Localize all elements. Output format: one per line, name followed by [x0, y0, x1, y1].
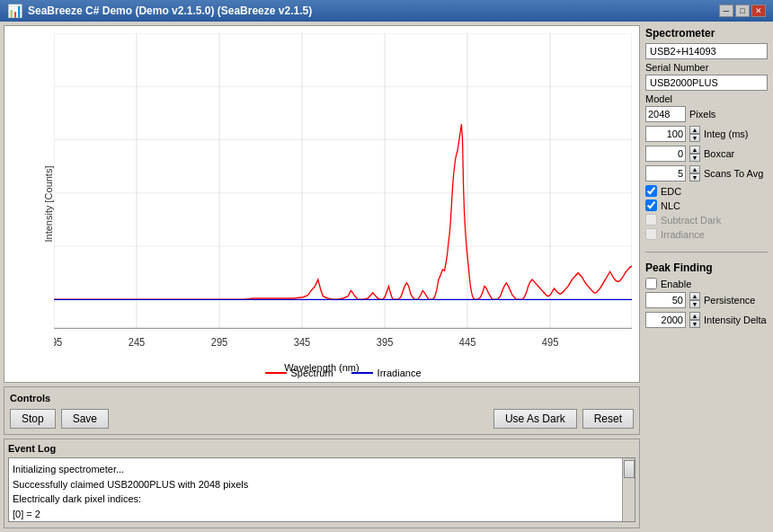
integ-spinner: ▲ ▼ [689, 126, 700, 142]
nlc-label: NLC [661, 200, 680, 211]
edc-checkbox[interactable] [645, 185, 657, 197]
window-title: SeaBreeze C# Demo (Demo v2.1.5.0) (SeaBr… [28, 4, 312, 17]
right-panel: Spectrometer USB2+H14093 Serial Number U… [644, 25, 769, 528]
intensity-delta-up-button[interactable]: ▲ [689, 312, 700, 320]
y-axis-label: Intensity [Counts] [43, 166, 54, 243]
event-log-scrollbar[interactable] [622, 458, 635, 521]
intensity-delta-down-button[interactable]: ▼ [689, 320, 700, 328]
peak-enable-label: Enable [661, 279, 691, 289]
pixels-row: Pixels [645, 106, 768, 122]
scans-avg-row: ▲ ▼ Scans To Avg [645, 165, 768, 182]
svg-text:495: 495 [542, 336, 559, 349]
integ-row: ▲ ▼ Integ (ms) [645, 126, 768, 142]
integ-up-button[interactable]: ▲ [689, 126, 700, 134]
peak-enable-row: Enable [645, 278, 768, 289]
model-label: Model [645, 93, 768, 104]
use-as-dark-button[interactable]: Use As Dark [493, 409, 577, 429]
event-log-label: Event Log [8, 443, 635, 454]
left-panel: Intensity [Counts] [4, 25, 640, 528]
persistence-input[interactable] [645, 292, 686, 308]
controls-right: Use As Dark Reset [493, 409, 634, 429]
peak-finding-section: Peak Finding Enable ▲ ▼ Persistence ▲ [645, 262, 768, 332]
edc-row: EDC [645, 185, 768, 197]
controls-section: Controls Stop Save Use As Dark Reset [4, 386, 640, 435]
spectrometer-title: Spectrometer [645, 27, 768, 40]
intensity-delta-row: ▲ ▼ Intensity Delta [645, 312, 768, 328]
irradiance-label: Irradiance [661, 229, 705, 240]
integ-label: Integ (ms) [704, 129, 749, 139]
svg-text:445: 445 [459, 336, 476, 349]
device-id-field: USB2+H14093 [645, 43, 768, 59]
controls-buttons: Stop Save Use As Dark Reset [10, 409, 634, 429]
serial-number-label: Serial Number [645, 62, 768, 73]
subtract-dark-label: Subtract Dark [661, 215, 721, 226]
divider [645, 252, 768, 253]
subtract-dark-row: Subtract Dark [645, 214, 768, 226]
boxcar-row: ▲ ▼ Boxcar [645, 146, 768, 162]
boxcar-down-button[interactable]: ▼ [689, 154, 700, 162]
svg-text:195: 195 [54, 336, 63, 349]
nlc-row: NLC [645, 200, 768, 211]
integ-down-button[interactable]: ▼ [689, 134, 700, 142]
intensity-delta-label: Intensity Delta [704, 315, 767, 325]
x-axis-label: Wavelength (nm) [4, 362, 639, 373]
log-line-3: Electrically dark pixel indices: [13, 492, 631, 507]
nlc-checkbox[interactable] [645, 200, 657, 211]
peak-finding-title: Peak Finding [645, 262, 768, 274]
chart-inner: 50000 40000 30000 20000 10000 0 -10000 1… [54, 33, 632, 355]
peak-enable-checkbox[interactable] [645, 278, 657, 289]
irradiance-row: Irradiance [645, 228, 768, 240]
scans-avg-down-button[interactable]: ▼ [689, 173, 700, 182]
irradiance-checkbox[interactable] [645, 228, 657, 240]
pixels-input[interactable] [645, 106, 686, 122]
event-log-section: Event Log Initializing spectrometer... S… [4, 439, 640, 528]
spectrum-chart: 50000 40000 30000 20000 10000 0 -10000 1… [54, 33, 632, 355]
subtract-dark-checkbox[interactable] [645, 214, 657, 226]
scrollbar-thumb [624, 460, 635, 478]
save-button[interactable]: Save [61, 409, 109, 429]
stop-button[interactable]: Stop [10, 409, 56, 429]
spectrometer-section: Spectrometer USB2+H14093 Serial Number U… [645, 27, 768, 243]
log-line-2: Successfully claimed USB2000PLUS with 20… [13, 477, 631, 492]
persistence-spinner: ▲ ▼ [689, 292, 700, 308]
intensity-delta-spinner: ▲ ▼ [689, 312, 700, 328]
minimize-button[interactable]: ─ [719, 4, 733, 17]
boxcar-up-button[interactable]: ▲ [689, 146, 700, 154]
controls-label: Controls [10, 393, 634, 403]
scans-avg-label: Scans To Avg [704, 168, 763, 179]
persistence-up-button[interactable]: ▲ [689, 292, 700, 300]
chart-area: Intensity [Counts] [4, 25, 640, 383]
event-log-content[interactable]: Initializing spectrometer... Successfull… [8, 457, 635, 522]
persistence-row: ▲ ▼ Persistence [645, 292, 768, 308]
serial-number-field: USB2000PLUS [645, 75, 768, 91]
intensity-delta-input[interactable] [645, 312, 686, 328]
maximize-button[interactable]: □ [735, 4, 750, 17]
integ-input[interactable] [645, 126, 686, 142]
pixels-label: Pixels [689, 109, 715, 120]
scans-avg-input[interactable] [645, 165, 686, 182]
scans-avg-up-button[interactable]: ▲ [689, 165, 700, 173]
edc-label: EDC [661, 186, 681, 197]
reset-button[interactable]: Reset [582, 409, 634, 429]
persistence-down-button[interactable]: ▼ [689, 300, 700, 308]
event-log-text: Initializing spectrometer... Successfull… [13, 462, 631, 521]
log-line-4: [0] = 2 [13, 507, 631, 522]
persistence-label: Persistence [704, 295, 755, 306]
main-content: Intensity [Counts] [0, 22, 773, 532]
svg-text:395: 395 [377, 336, 394, 349]
close-button[interactable]: ✕ [751, 4, 766, 17]
log-line-1: Initializing spectrometer... [13, 462, 631, 477]
window-controls: ─ □ ✕ [719, 4, 766, 17]
boxcar-label: Boxcar [704, 148, 734, 159]
boxcar-input[interactable] [645, 146, 686, 162]
svg-text:345: 345 [294, 336, 311, 349]
svg-text:245: 245 [129, 336, 146, 349]
boxcar-spinner: ▲ ▼ [689, 146, 700, 162]
title-bar: 📊 SeaBreeze C# Demo (Demo v2.1.5.0) (Sea… [0, 0, 773, 22]
svg-text:295: 295 [211, 336, 228, 349]
scans-avg-spinner: ▲ ▼ [689, 165, 700, 182]
